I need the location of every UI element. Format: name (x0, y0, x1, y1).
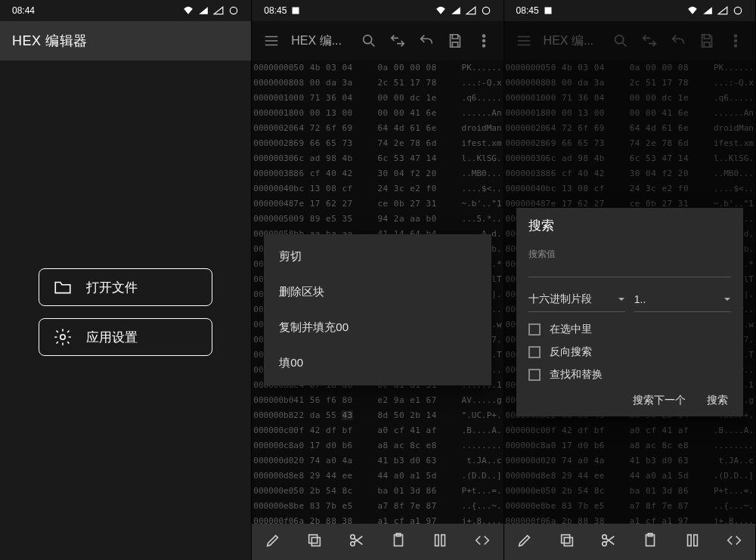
save-button[interactable] (693, 27, 720, 54)
wifi-icon (435, 5, 446, 16)
code-button[interactable] (726, 532, 742, 552)
ctx-fill-00[interactable]: 填00 (264, 345, 491, 381)
undo-button[interactable] (665, 27, 692, 54)
status-time: 08:45 (264, 5, 287, 16)
search-button[interactable] (607, 27, 634, 54)
paste-button[interactable] (390, 532, 407, 552)
search-value-input[interactable] (528, 261, 731, 277)
hex-row[interactable]: 0000002869 66 65 7374 2e 78 6difest.xm (253, 136, 501, 151)
signal-icon (702, 5, 713, 16)
edit-button[interactable] (265, 532, 281, 552)
hex-row[interactable]: 000000e8be 83 7b e5a7 8f 7e 87..{...~. (506, 499, 754, 514)
cut-button[interactable] (349, 532, 365, 552)
copy-button[interactable] (559, 532, 575, 552)
hex-row[interactable]: 0000000050 4b 03 040a 00 00 08PK...... (253, 60, 501, 76)
search-next-button[interactable]: 搜索下一个 (633, 394, 686, 407)
hex-row[interactable]: 00000040bc 13 08 cf24 3c e2 f0....$<.. (253, 181, 501, 196)
overflow-button[interactable] (722, 27, 749, 54)
hex-row[interactable]: 0000000050 4b 03 040a 00 00 08PK...... (506, 60, 754, 76)
bottom-toolbar (504, 524, 755, 560)
cb-label: 查找和替换 (550, 368, 603, 382)
copy-button[interactable] (306, 532, 323, 552)
goto-button[interactable] (384, 27, 411, 54)
ctx-copy-fill-00[interactable]: 复制并填充00 (264, 310, 491, 345)
hex-row[interactable]: 000000c8a0 17 d0 b6a8 ac 8c e8........ (253, 438, 501, 453)
hex-row[interactable]: 0000003886 cf 40 4230 04 f2 20..MB0... (506, 166, 754, 181)
arrows-icon (389, 32, 406, 49)
hex-row[interactable]: 000000306c ad 98 4b6c 53 47 14l..KlSG. (253, 151, 501, 166)
hex-row[interactable]: 000000c00f 42 df bfa0 cf 41 af.B....A. (506, 423, 754, 438)
search-button-dialog[interactable]: 搜索 (707, 394, 728, 407)
edit-button[interactable] (516, 532, 533, 552)
ctx-delete-block[interactable]: 删除区块 (264, 274, 491, 310)
hex-row[interactable]: 000000d020 74 a0 4a41 b3 d0 63 t.JA..c (506, 453, 754, 469)
paste-button[interactable] (642, 532, 658, 552)
pencil-icon (265, 532, 281, 549)
hex-row[interactable]: 0000002869 66 65 7374 2e 78 6difest.xm (506, 136, 754, 151)
circle-icon (481, 5, 491, 16)
editor-toolbar: HEX 编... (252, 21, 503, 60)
cb-in-selection[interactable]: 在选中里 (528, 318, 731, 341)
hex-row[interactable]: 000000b041 56 f6 80e2 9a e1 67AV.....g (253, 393, 501, 408)
open-file-button[interactable]: 打开文件 (39, 268, 212, 306)
overflow-button[interactable] (470, 27, 497, 54)
hex-row[interactable]: 0000000808 00 da 3a2c 51 17 78...:-Q.x (506, 76, 754, 91)
hex-row[interactable]: 0000001000 71 36 0400 00 dc 1e.q6..... (506, 91, 754, 106)
hex-row[interactable]: 000000d8e8 29 44 ee44 a0 a1 5d.(D.D..] (506, 469, 754, 484)
columns-icon (432, 532, 448, 549)
ctx-cut[interactable]: 剪切 (264, 239, 491, 274)
save-button[interactable] (442, 27, 469, 54)
cut-button[interactable] (600, 532, 617, 552)
svg-point-21 (734, 45, 736, 47)
hex-row[interactable]: 00000040bc 13 08 cf24 3c e2 f0....$<.. (506, 181, 754, 196)
hex-row[interactable]: 000000487e 17 62 27ce 0b 27 31~.b'.."1 (253, 196, 501, 212)
search-size-spinner[interactable]: 1.. (634, 286, 731, 312)
hex-row[interactable]: 0000001800 00 13 0000 00 41 6e......An (253, 106, 501, 121)
hex-row[interactable]: 0000002064 72 6f 6964 4d 61 6edroidMan (253, 121, 501, 136)
hex-row[interactable]: 000000f06a 2b 88 38a1 cf a1 97j+.8.... (253, 514, 501, 524)
hex-row[interactable]: 0000000808 00 da 3a2c 51 17 78...:-Q.x (253, 76, 501, 91)
checkbox-icon (528, 346, 541, 358)
select-button[interactable] (432, 532, 448, 552)
hex-row[interactable]: 0000001800 00 13 0000 00 41 6e......An (506, 106, 754, 121)
hex-row[interactable]: 0000003886 cf 40 4230 04 f2 20..MB0... (253, 166, 501, 181)
hex-row[interactable]: 000000b822 da 55 438d 50 2b 14".UC.P+. (253, 408, 501, 423)
chevron-down-icon (618, 295, 625, 303)
app-title: HEX 编辑器 (12, 33, 88, 48)
code-icon (726, 532, 742, 549)
settings-button[interactable]: 应用设置 (39, 318, 212, 356)
clipboard-icon (390, 532, 407, 549)
undo-button[interactable] (413, 27, 440, 54)
hex-row[interactable]: 000000c00f 42 df bfa0 cf 41 af.B....A. (253, 423, 501, 438)
search-button[interactable] (355, 27, 383, 54)
hex-row[interactable]: 0000002064 72 6f 6964 4d 61 6edroidMan (506, 121, 754, 136)
svg-point-7 (482, 45, 485, 47)
menu-button[interactable] (510, 27, 538, 54)
hex-row[interactable]: 000000e050 2b 54 8cba 01 3d 86P+t...=. (253, 484, 501, 499)
checkbox-icon (528, 369, 541, 381)
menu-icon (263, 32, 280, 49)
hex-row[interactable]: 000000d8e8 29 44 ee44 a0 a1 5d.(D.D..] (253, 469, 501, 484)
goto-button[interactable] (636, 27, 663, 54)
circle-icon (228, 5, 239, 16)
editor-toolbar: HEX 编... (504, 21, 755, 60)
cb-reverse[interactable]: 反向搜索 (528, 341, 731, 364)
signal-icon-2 (717, 5, 728, 16)
hex-row[interactable]: 000000d020 74 a0 4a41 b3 d0 63 t.JA..c (253, 453, 501, 469)
select-button[interactable] (684, 532, 701, 552)
signal-icon-2 (466, 5, 476, 16)
hex-row[interactable]: 000000e8be 83 7b e5a7 8f 7e 87..{...~. (253, 499, 501, 514)
hex-row[interactable]: 0000001000 71 36 0400 00 dc 1e.q6..... (253, 91, 501, 106)
cb-find-replace[interactable]: 查找和替换 (528, 364, 731, 386)
hex-row[interactable]: 000000f06a 2b 88 38a1 cf a1 97j+.8.... (506, 514, 754, 524)
bottom-toolbar (252, 524, 503, 560)
hex-row[interactable]: 0000005009 89 e5 3594 2a aa b0...5.*.. (253, 212, 501, 227)
search-type-spinner[interactable]: 十六进制片段 (528, 286, 625, 312)
status-bar: 08:45 (252, 0, 503, 21)
menu-button[interactable] (258, 27, 285, 54)
hex-row[interactable]: 000000e050 2b 54 8cba 01 3d 86P+t...=. (506, 484, 754, 499)
code-button[interactable] (474, 532, 491, 552)
svg-rect-16 (544, 8, 551, 14)
hex-row[interactable]: 000000306c ad 98 4b6c 53 47 14l..KlSG. (506, 151, 754, 166)
hex-row[interactable]: 000000c8a0 17 d0 b6a8 ac 8c e8........ (506, 438, 754, 453)
